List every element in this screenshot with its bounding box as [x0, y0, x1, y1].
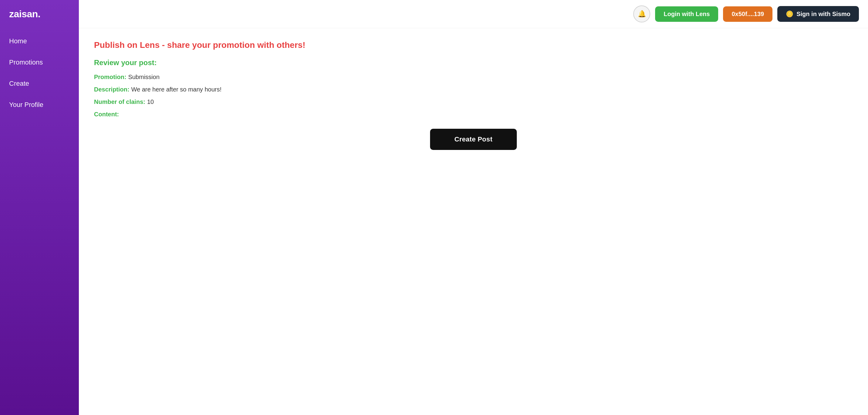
- field-content: Content:: [94, 111, 853, 118]
- create-post-button[interactable]: Create Post: [430, 129, 517, 150]
- field-label-description: Description:: [94, 86, 129, 93]
- sidebar-item-create[interactable]: Create: [0, 73, 79, 94]
- sidebar-item-your-profile[interactable]: Your Profile: [0, 94, 79, 115]
- sismo-label: Sign in with Sismo: [797, 11, 850, 18]
- bell-icon: 🔔: [638, 10, 646, 18]
- field-description: Description: We are here after so many h…: [94, 86, 853, 93]
- main-content: 🔔 Login with Lens 0x50f....139 🪙 Sign in…: [79, 0, 868, 415]
- field-label-promotion: Promotion:: [94, 74, 126, 80]
- sismo-icon: 🪙: [786, 10, 794, 18]
- publish-title: Publish on Lens - share your promotion w…: [94, 40, 853, 50]
- page-body: Publish on Lens - share your promotion w…: [79, 28, 868, 415]
- field-label-content: Content:: [94, 111, 119, 118]
- wallet-address-button[interactable]: 0x50f....139: [723, 6, 772, 22]
- sidebar-item-promotions[interactable]: Promotions: [0, 52, 79, 73]
- field-promotion: Promotion: Submission: [94, 74, 853, 80]
- sidebar-item-home[interactable]: Home: [0, 31, 79, 52]
- sidebar-nav: Home Promotions Create Your Profile: [0, 31, 79, 115]
- sidebar: zaisan. Home Promotions Create Your Prof…: [0, 0, 79, 415]
- field-value-promotion: Submission: [128, 74, 159, 80]
- notification-button[interactable]: 🔔: [633, 5, 650, 23]
- review-heading: Review your post:: [94, 59, 853, 67]
- field-value-clains: 10: [147, 98, 154, 105]
- sidebar-logo: zaisan.: [0, 0, 79, 31]
- login-lens-button[interactable]: Login with Lens: [655, 6, 718, 22]
- sismo-signin-button[interactable]: 🪙 Sign in with Sismo: [777, 6, 859, 22]
- header: 🔔 Login with Lens 0x50f....139 🪙 Sign in…: [79, 0, 868, 28]
- field-number-of-clains: Number of clains: 10: [94, 98, 853, 105]
- field-label-clains: Number of clains:: [94, 98, 145, 105]
- field-value-description: We are here after so many hours!: [131, 86, 222, 93]
